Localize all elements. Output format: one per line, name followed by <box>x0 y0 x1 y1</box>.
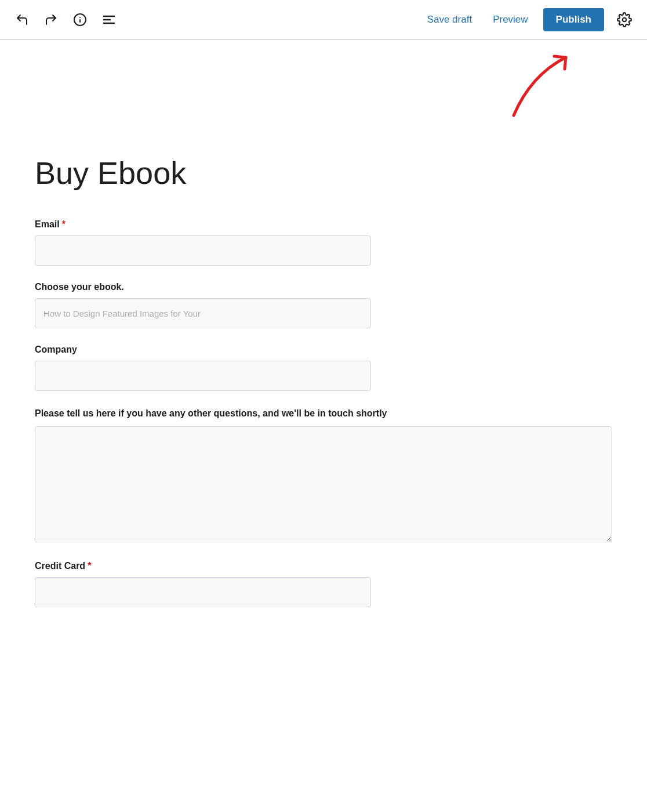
email-input[interactable] <box>35 235 371 266</box>
company-input[interactable] <box>35 361 371 391</box>
choose-ebook-field-group: Choose your ebook. How to Design Feature… <box>35 282 612 328</box>
arrow-annotation <box>0 40 647 133</box>
credit-card-label: Credit Card* <box>35 561 612 571</box>
credit-card-required-star: * <box>88 561 91 571</box>
email-label: Email* <box>35 219 612 230</box>
main-content: Buy Ebook Email* Choose your ebook. How … <box>0 133 647 658</box>
ebook-select[interactable]: How to Design Featured Images for Your <box>35 298 371 328</box>
email-field-group: Email* <box>35 219 612 266</box>
svg-point-6 <box>623 17 627 21</box>
settings-button[interactable] <box>613 9 635 31</box>
preview-button[interactable]: Preview <box>487 10 533 29</box>
publish-button[interactable]: Publish <box>543 8 604 31</box>
page-title: Buy Ebook <box>35 156 612 190</box>
ebook-placeholder-text: How to Design Featured Images for Your <box>43 309 201 318</box>
credit-card-field-group: Credit Card* <box>35 561 612 607</box>
arrow-icon <box>496 40 589 127</box>
company-field-group: Company <box>35 345 612 391</box>
questions-label: Please tell us here if you have any othe… <box>35 407 612 420</box>
questions-textarea[interactable] <box>35 426 612 542</box>
choose-ebook-label: Choose your ebook. <box>35 282 612 292</box>
menu-button[interactable] <box>99 9 119 30</box>
undo-button[interactable] <box>12 9 32 30</box>
email-required-star: * <box>62 219 66 229</box>
company-label: Company <box>35 345 612 355</box>
save-draft-button[interactable]: Save draft <box>421 10 478 29</box>
info-button[interactable] <box>70 9 90 30</box>
redo-button[interactable] <box>41 9 61 30</box>
toolbar-right: Save draft Preview Publish <box>421 8 635 31</box>
toolbar-left <box>12 9 216 30</box>
toolbar: Save draft Preview Publish <box>0 0 647 39</box>
credit-card-input[interactable] <box>35 577 371 607</box>
questions-field-group: Please tell us here if you have any othe… <box>35 407 612 544</box>
